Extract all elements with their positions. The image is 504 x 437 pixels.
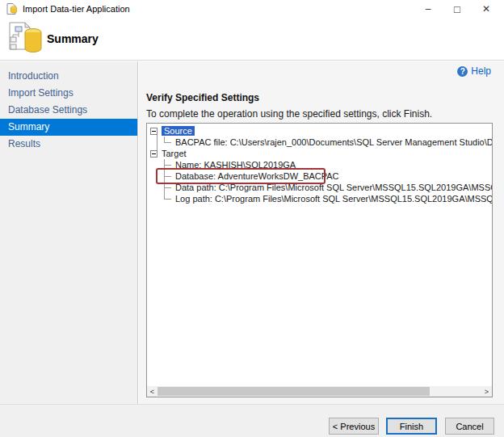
sidebar-item-summary[interactable]: Summary (0, 119, 137, 136)
scrollbar-thumb[interactable] (158, 387, 430, 396)
horizontal-scrollbar[interactable]: < > (147, 386, 492, 397)
tree-row-data-path[interactable]: Data path: C:\Program Files\Microsoft SQ… (147, 182, 492, 193)
tree-row-target[interactable]: Target (147, 148, 492, 159)
data-tier-application-icon (8, 22, 44, 59)
sidebar-item-introduction[interactable]: Introduction (0, 68, 137, 85)
tree-connector (161, 170, 174, 182)
tree-node-label[interactable]: Data path: C:\Program Files\Microsoft SQ… (175, 183, 492, 192)
collapse-icon[interactable] (150, 128, 158, 135)
tree-connector (161, 182, 174, 193)
tree-connector (161, 137, 174, 148)
help-icon: ? (457, 66, 468, 77)
previous-button[interactable]: < Previous (329, 418, 379, 435)
instruction-text: To complete the operation using the spec… (146, 108, 432, 120)
collapse-icon[interactable] (150, 150, 158, 158)
finish-button[interactable]: Finish (386, 418, 437, 435)
tree-row-source[interactable]: Source (147, 125, 492, 137)
maximize-button[interactable]: □ (443, 0, 472, 18)
tree-node-label[interactable]: Source (162, 126, 195, 136)
help-link[interactable]: ? Help (457, 65, 491, 77)
sidebar-item-database-settings[interactable]: Database Settings (0, 102, 137, 119)
tree-rows: Source BACPAC file: C:\Users\rajen_000\D… (147, 125, 492, 386)
tree-node-label[interactable]: Log path: C:\Program Files\Microsoft SQL… (175, 194, 492, 204)
tree-node-label[interactable]: BACPAC file: C:\Users\rajen_000\Document… (175, 137, 492, 147)
main-panel: ? Help Verify Specified Settings To comp… (139, 61, 504, 404)
tree-row-log-path[interactable]: Log path: C:\Program Files\Microsoft SQL… (147, 193, 492, 204)
title-bar: Import Data-tier Application – □ ✕ (0, 0, 504, 18)
app-icon (6, 3, 18, 15)
tree-row-bacpac-file[interactable]: BACPAC file: C:\Users\rajen_000\Document… (147, 137, 492, 148)
section-heading: Verify Specified Settings (146, 92, 259, 103)
wizard-step-nav: Introduction Import Settings Database Se… (0, 61, 138, 404)
minimize-button[interactable]: – (414, 0, 443, 18)
tree-node-label[interactable]: Database: AdventureWorksDW_BACPAC (175, 171, 339, 181)
wizard-header: Summary (0, 18, 504, 61)
tree-connector (161, 193, 174, 204)
tree-node-label[interactable]: Name: KASHISH\SQL2019GA (175, 160, 296, 170)
close-button[interactable]: ✕ (472, 0, 501, 18)
sidebar-item-import-settings[interactable]: Import Settings (0, 85, 137, 102)
help-label: Help (471, 65, 491, 77)
cancel-button[interactable]: Cancel (445, 418, 494, 435)
tree-row-name[interactable]: Name: KASHISH\SQL2019GA (147, 159, 492, 170)
page-title: Summary (47, 32, 99, 45)
tree-row-database[interactable]: Database: AdventureWorksDW_BACPAC (147, 170, 492, 182)
scroll-left-icon[interactable]: < (147, 386, 158, 397)
window-title: Import Data-tier Application (23, 4, 130, 14)
sidebar-item-results[interactable]: Results (0, 136, 137, 153)
tree-node-label[interactable]: Target (162, 149, 187, 158)
button-bar: < Previous Finish Cancel (0, 404, 504, 437)
tree-connector (161, 159, 174, 170)
summary-tree: Source BACPAC file: C:\Users\rajen_000\D… (146, 123, 493, 397)
scroll-right-icon[interactable]: > (481, 386, 492, 397)
